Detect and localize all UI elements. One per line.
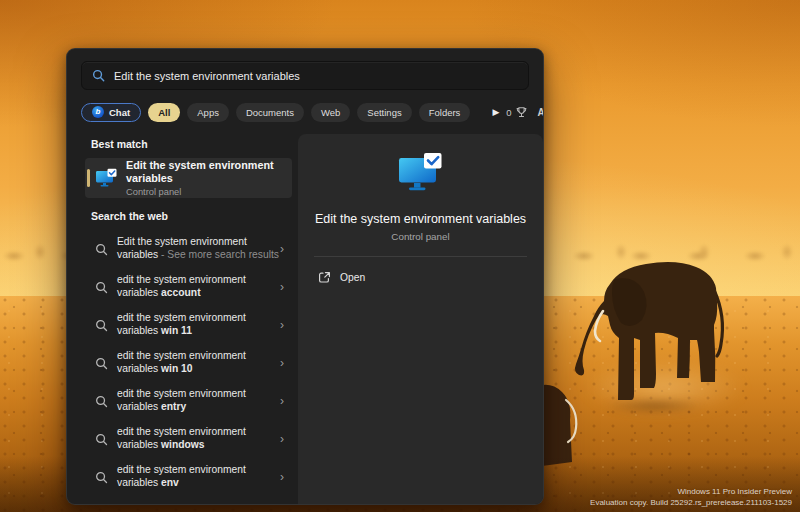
selection-accent-bar <box>87 169 90 187</box>
letter-a-badge[interactable]: A <box>538 107 544 118</box>
preview-title: Edit the system environment variables <box>315 212 526 226</box>
chevron-right-icon: › <box>280 243 284 255</box>
chevron-right-icon: › <box>280 281 284 293</box>
result-line1: edit the system environment <box>117 464 280 477</box>
result-line1: edit the system environment <box>117 426 280 439</box>
filter-tab-folders[interactable]: Folders <box>419 103 471 122</box>
search-web-header: Search the web <box>91 210 298 222</box>
web-result-text: edit the system environment variables ac… <box>117 274 280 300</box>
trophy-icon <box>515 106 528 119</box>
insider-watermark: Windows 11 Pro Insider Preview Evaluatio… <box>590 487 792 508</box>
result-line2-text: variables <box>117 363 161 374</box>
filter-tab-all[interactable]: All <box>148 103 180 122</box>
preview-subtitle: Control panel <box>391 231 449 242</box>
result-line2-text: variables <box>117 401 161 412</box>
web-search-icon <box>95 281 108 294</box>
top-right-cluster: 0 A ••• b <box>506 102 544 122</box>
chat-label: Chat <box>109 107 130 118</box>
web-result-text: edit the system environment variables wi… <box>117 312 280 338</box>
web-result-row[interactable]: edit the system environment variables en… <box>85 382 292 420</box>
result-line1: edit the system environment <box>117 350 280 363</box>
web-result-text: Edit the system environment variables - … <box>117 236 280 262</box>
search-window: b Chat AllAppsDocumentsWebSettingsFolder… <box>66 48 544 505</box>
filter-bar: b Chat AllAppsDocumentsWebSettingsFolder… <box>67 90 543 124</box>
web-results-list: Edit the system environment variables - … <box>67 230 298 496</box>
result-line2-text: variables <box>117 249 161 260</box>
elephant-silhouette <box>568 254 746 412</box>
best-match-title: Edit the system environment variables <box>126 159 292 185</box>
system-properties-large-icon <box>397 152 445 198</box>
bing-chat-icon: b <box>92 106 104 118</box>
web-result-row[interactable]: Edit the system environment variables - … <box>85 230 292 268</box>
filter-tabs: AllAppsDocumentsWebSettingsFolders <box>148 103 470 122</box>
filter-tab-web[interactable]: Web <box>311 103 350 122</box>
result-line2-text: variables <box>117 477 161 488</box>
chevron-right-icon: › <box>280 471 284 483</box>
chevron-right-icon: › <box>280 433 284 445</box>
search-box[interactable] <box>81 61 529 90</box>
web-search-icon <box>95 395 108 408</box>
result-bold: win 11 <box>161 325 192 336</box>
web-result-row[interactable]: edit the system environment variables wi… <box>85 306 292 344</box>
result-bold: win 10 <box>161 363 192 374</box>
filter-tab-settings[interactable]: Settings <box>357 103 411 122</box>
preview-panel: Edit the system environment variables Co… <box>298 134 543 504</box>
web-result-text: edit the system environment variables en… <box>117 464 280 490</box>
watermark-line2: Evaluation copy. Build 25292.rs_prerelea… <box>590 498 792 508</box>
result-bold: env <box>161 477 179 488</box>
web-result-text: edit the system environment variables wi… <box>117 350 280 376</box>
watermark-line1: Windows 11 Pro Insider Preview <box>590 487 792 497</box>
web-search-icon <box>95 357 108 370</box>
result-bold: account <box>161 287 200 298</box>
best-match-row[interactable]: Edit the system environment variables Co… <box>85 158 292 198</box>
result-note: - See more search results <box>161 249 279 260</box>
filter-tab-documents[interactable]: Documents <box>236 103 304 122</box>
best-match-text: Edit the system environment variables Co… <box>126 159 292 197</box>
best-match-header: Best match <box>91 138 298 150</box>
results-column: Best match <box>67 134 298 504</box>
web-result-row[interactable]: edit the system environment variables en… <box>85 458 292 496</box>
result-line1: edit the system environment <box>117 312 280 325</box>
result-line1: edit the system environment <box>117 274 280 287</box>
open-icon <box>318 271 331 284</box>
result-line1: edit the system environment <box>117 388 280 401</box>
web-result-text: edit the system environment variables wi… <box>117 426 280 452</box>
open-label: Open <box>340 272 365 283</box>
open-action[interactable]: Open <box>318 271 543 284</box>
scroll-right-icon[interactable]: ▶ <box>492 108 499 117</box>
web-result-row[interactable]: edit the system environment variables ac… <box>85 268 292 306</box>
result-bold: windows <box>161 439 204 450</box>
web-search-icon <box>95 471 108 484</box>
chevron-right-icon: › <box>280 319 284 331</box>
web-search-icon <box>95 243 108 256</box>
chevron-right-icon: › <box>280 357 284 369</box>
rewards-button[interactable]: 0 <box>506 106 527 119</box>
search-bar-row <box>67 49 543 90</box>
system-properties-icon <box>95 168 118 188</box>
result-line2-text: variables <box>117 325 161 336</box>
result-line2-text: variables <box>117 287 161 298</box>
result-line1: Edit the system environment <box>117 236 280 249</box>
search-results-area: Best match <box>67 134 543 504</box>
chevron-right-icon: › <box>280 395 284 407</box>
result-line2-text: variables <box>117 439 161 450</box>
rewards-count: 0 <box>506 107 511 118</box>
result-bold: entry <box>161 401 186 412</box>
desktop: Windows 11 Pro Insider Preview Evaluatio… <box>0 0 800 512</box>
filter-tab-apps[interactable]: Apps <box>187 103 229 122</box>
web-result-row[interactable]: edit the system environment variables wi… <box>85 420 292 458</box>
search-icon <box>92 69 105 82</box>
best-match-subtitle: Control panel <box>126 187 292 197</box>
web-search-icon <box>95 319 108 332</box>
search-input[interactable] <box>114 70 518 82</box>
web-result-row[interactable]: edit the system environment variables wi… <box>85 344 292 382</box>
filter-chat-button[interactable]: b Chat <box>81 103 141 122</box>
preview-divider <box>314 256 527 257</box>
web-result-text: edit the system environment variables en… <box>117 388 280 414</box>
web-search-icon <box>95 433 108 446</box>
